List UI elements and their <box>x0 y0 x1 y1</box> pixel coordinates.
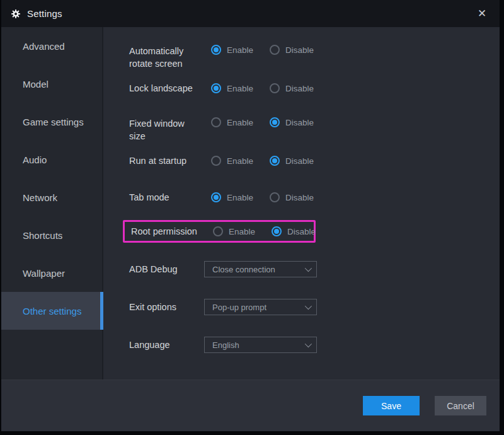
radio-label: Disable <box>285 84 314 93</box>
sidebar-item-model[interactable]: Model <box>1 65 102 103</box>
sidebar-item-label: Game settings <box>23 117 84 127</box>
setting-label: Fixed window size <box>129 117 211 142</box>
radio-group: Enable Disable <box>211 83 330 93</box>
sidebar-item-label: Audio <box>23 154 47 165</box>
sidebar-item-label: Wallpaper <box>23 268 65 279</box>
cancel-button[interactable]: Cancel <box>435 396 486 415</box>
radio-group: Enable Disable <box>211 45 330 55</box>
setting-label: Automatically rotate screen <box>129 45 211 70</box>
radio-option-disable[interactable]: Disable <box>272 226 316 236</box>
radio-option-disable[interactable]: Disable <box>270 45 314 55</box>
language-dropdown[interactable]: English <box>204 337 317 353</box>
radio-icon[interactable] <box>211 117 221 127</box>
radio-option-enable[interactable]: Enable <box>211 192 253 202</box>
radio-label: Disable <box>287 227 316 236</box>
radio-icon[interactable] <box>270 117 280 127</box>
setting-row-exit-options: Exit options Pop-up prompt <box>129 299 500 315</box>
radio-option-disable[interactable]: Disable <box>270 156 314 166</box>
sidebar-item-label: Advanced <box>23 41 65 52</box>
sidebar-item-label: Other settings <box>23 306 81 316</box>
radio-icon[interactable] <box>211 192 221 202</box>
setting-label: Tab mode <box>129 191 211 204</box>
sidebar-item-network[interactable]: Network <box>1 178 102 216</box>
sidebar-item-audio[interactable]: Audio <box>1 141 102 178</box>
radio-option-disable[interactable]: Disable <box>270 117 314 127</box>
setting-label: Lock landscape <box>129 82 211 95</box>
setting-row-auto-rotate: Automatically rotate screen Enable Disab… <box>129 44 500 79</box>
radio-label: Enable <box>227 84 253 93</box>
radio-label: Disable <box>285 156 314 166</box>
radio-label: Enable <box>227 193 253 202</box>
sidebar-item-label: Model <box>23 79 49 90</box>
sidebar-item-label: Shortcuts <box>23 230 62 241</box>
dropdown-value: English <box>212 340 305 350</box>
setting-label: ADB Debug <box>129 263 204 276</box>
radio-group: Enable Disable <box>211 117 330 127</box>
radio-icon[interactable] <box>211 156 221 166</box>
radio-option-enable[interactable]: Enable <box>211 156 253 166</box>
radio-label: Enable <box>229 227 255 236</box>
radio-option-enable[interactable]: Enable <box>211 83 253 93</box>
setting-label: Run at startup <box>129 154 211 167</box>
radio-icon[interactable] <box>272 226 282 236</box>
sidebar-item-advanced[interactable]: Advanced <box>1 27 102 65</box>
radio-label: Enable <box>227 45 253 55</box>
radio-option-enable[interactable]: Enable <box>211 117 253 127</box>
gear-icon <box>10 8 21 20</box>
chevron-down-icon <box>305 340 312 347</box>
close-icon[interactable]: ✕ <box>473 5 491 23</box>
setting-label: Root permission <box>131 225 213 238</box>
setting-row-tab-mode: Tab mode Enable Disable <box>129 188 500 207</box>
radio-option-disable[interactable]: Disable <box>270 83 314 93</box>
setting-row-root-permission-highlighted: Root permission Enable Disable <box>123 220 316 243</box>
setting-row-fixed-window-size: Fixed window size Enable Disable <box>129 116 500 151</box>
radio-icon[interactable] <box>270 45 280 55</box>
radio-icon[interactable] <box>213 226 223 236</box>
settings-window: Settings ✕ Advanced Model Game settings … <box>1 0 500 431</box>
radio-option-enable[interactable]: Enable <box>211 45 253 55</box>
radio-icon[interactable] <box>270 192 280 202</box>
footer-bar: Save Cancel <box>1 380 500 431</box>
radio-option-disable[interactable]: Disable <box>270 192 314 202</box>
radio-icon[interactable] <box>270 156 280 166</box>
radio-group: Enable Disable <box>211 192 330 202</box>
window-title: Settings <box>27 8 62 19</box>
radio-group: Enable Disable <box>213 226 332 236</box>
radio-icon[interactable] <box>270 83 280 93</box>
radio-label: Enable <box>227 156 253 166</box>
radio-option-enable[interactable]: Enable <box>213 226 255 236</box>
setting-row-language: Language English <box>129 337 500 353</box>
sidebar-item-other-settings[interactable]: Other settings <box>1 292 102 330</box>
settings-panel: Automatically rotate screen Enable Disab… <box>103 27 500 380</box>
sidebar-item-shortcuts[interactable]: Shortcuts <box>1 216 102 254</box>
setting-row-lock-landscape: Lock landscape Enable Disable <box>129 79 500 98</box>
adb-debug-dropdown[interactable]: Close connection <box>204 261 317 277</box>
dropdown-value: Close connection <box>212 265 305 274</box>
chevron-down-icon <box>305 303 312 310</box>
radio-label: Disable <box>285 193 314 202</box>
setting-label: Exit options <box>129 301 204 313</box>
setting-row-run-at-startup: Run at startup Enable Disable <box>129 151 500 170</box>
radio-label: Disable <box>285 45 314 55</box>
sidebar-item-game-settings[interactable]: Game settings <box>1 103 102 141</box>
sidebar: Advanced Model Game settings Audio Netwo… <box>1 27 103 380</box>
setting-label: Language <box>129 339 204 351</box>
dropdown-value: Pop-up prompt <box>212 303 305 312</box>
sidebar-item-wallpaper[interactable]: Wallpaper <box>1 254 102 292</box>
setting-row-adb-debug: ADB Debug Close connection <box>129 261 500 277</box>
chevron-down-icon <box>305 265 312 272</box>
radio-group: Enable Disable <box>211 156 330 166</box>
save-button[interactable]: Save <box>363 396 420 415</box>
radio-label: Disable <box>285 118 314 127</box>
sidebar-item-label: Network <box>23 192 57 203</box>
exit-options-dropdown[interactable]: Pop-up prompt <box>204 299 317 315</box>
radio-icon[interactable] <box>211 45 221 55</box>
radio-label: Enable <box>227 118 253 127</box>
title-bar: Settings ✕ <box>1 0 500 27</box>
radio-icon[interactable] <box>211 83 221 93</box>
